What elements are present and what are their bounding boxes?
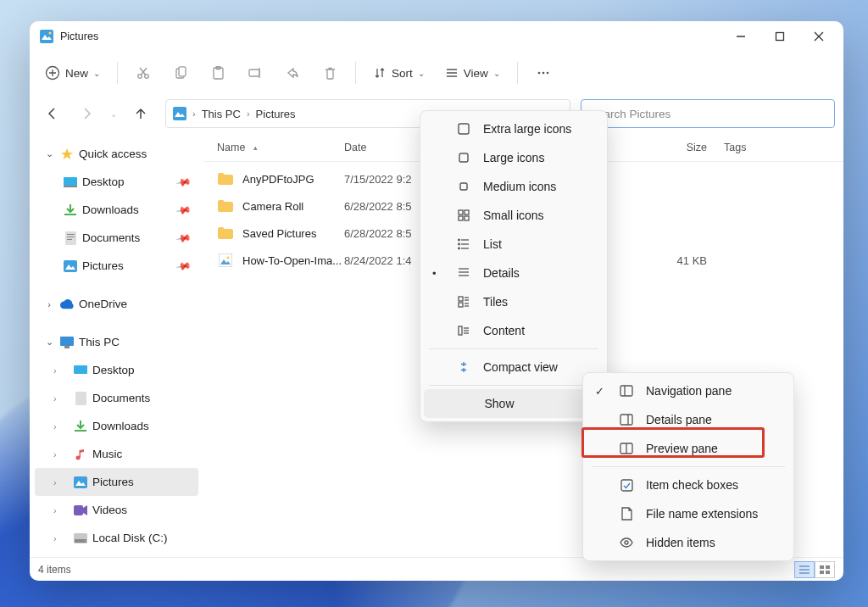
file-name: Camera Roll (242, 200, 303, 213)
sidebar-item-label: Local Disk (C:) (92, 532, 168, 544)
breadcrumb-seg-pictures[interactable]: Pictures (256, 108, 296, 120)
sidebar-item-desktop[interactable]: Desktop 📌 (35, 168, 198, 196)
svg-rect-47 (74, 505, 83, 515)
sort-button[interactable]: Sort ⌄ (364, 58, 433, 88)
check-icon: ✓ (595, 385, 607, 398)
menu-item-label: Navigation pane (646, 384, 732, 398)
col-size-header[interactable]: Size (687, 142, 707, 153)
preview-pane-icon (619, 441, 634, 456)
paste-button[interactable] (201, 58, 235, 88)
sidebar-item-pc-desktop[interactable]: › Desktop (35, 356, 198, 384)
svg-point-23 (538, 72, 541, 75)
more-button[interactable] (526, 58, 560, 88)
sidebar-item-pc-videos[interactable]: › Videos (35, 496, 198, 524)
show-submenu: ✓Navigation pane Details pane Preview pa… (582, 372, 794, 561)
sort-asc-icon: ▴ (253, 143, 258, 152)
menu-item-content[interactable]: Content (424, 316, 604, 345)
cut-button[interactable] (126, 58, 160, 88)
view-button[interactable]: View ⌄ (437, 58, 509, 88)
rename-button[interactable] (238, 58, 272, 88)
chevron-right-icon: › (53, 421, 65, 432)
menu-item-list[interactable]: List (424, 230, 604, 259)
menu-item-hidden-items[interactable]: Hidden items (587, 528, 790, 557)
svg-rect-52 (219, 253, 232, 267)
sidebar-item-pc-downloads[interactable]: › Downloads (35, 412, 198, 440)
menu-item-item-check-boxes[interactable]: Item check boxes (587, 471, 790, 499)
details-view-toggle[interactable] (794, 561, 815, 578)
col-tags-header[interactable]: Tags (724, 142, 746, 153)
menu-item-preview-pane[interactable]: Preview pane (587, 434, 790, 463)
menu-item-file-name-extensions[interactable]: File name extensions (587, 499, 790, 528)
sidebar-item-pc-localdisk[interactable]: › Local Disk (C:) (35, 524, 198, 552)
sidebar-item-pictures[interactable]: Pictures 📌 (35, 252, 198, 280)
sidebar-item-downloads[interactable]: Downloads 📌 (35, 196, 198, 224)
navigation-pane: ⌄ Quick access Desktop 📌 Downloads 📌 Doc… (30, 133, 203, 557)
menu-item-label: Item check boxes (646, 478, 738, 492)
menu-item-details-pane[interactable]: Details pane (587, 405, 790, 434)
menu-item-show[interactable]: Show› (424, 389, 604, 418)
image-file-icon (217, 252, 234, 269)
svg-point-54 (227, 257, 230, 259)
compact-view-icon (456, 359, 471, 375)
share-button[interactable] (275, 58, 309, 88)
col-date-header[interactable]: Date (344, 142, 366, 153)
svg-point-10 (138, 75, 142, 79)
sidebar-this-pc[interactable]: ⌄ This PC (35, 328, 198, 356)
menu-item-label: Compact view (483, 360, 558, 374)
file-explorer-window: Pictures New ⌄ Sort ⌄ View ⌄ (30, 21, 843, 581)
window-controls (721, 21, 838, 52)
chevron-down-icon: ⌄ (43, 337, 55, 348)
svg-rect-88 (620, 386, 632, 396)
delete-button[interactable] (313, 58, 347, 88)
file-name: Saved Pictures (242, 227, 316, 240)
menu-item-details[interactable]: •Details (424, 259, 604, 287)
chevron-down-icon: ⌄ (493, 69, 500, 78)
view-button-label: View (464, 67, 488, 80)
sidebar-item-documents[interactable]: Documents 📌 (35, 224, 198, 252)
up-button[interactable] (126, 99, 155, 128)
menu-item-label: Details pane (646, 413, 712, 426)
menu-item-medium-icons[interactable]: Medium icons (424, 172, 604, 201)
sidebar-item-pc-documents[interactable]: › Documents (35, 384, 198, 412)
sidebar-item-pc-music[interactable]: › Music (35, 440, 198, 468)
pin-icon: 📌 (175, 257, 192, 274)
star-icon (60, 148, 74, 161)
copy-button[interactable] (164, 58, 198, 88)
chevron-right-icon: › (53, 477, 65, 487)
menu-item-tiles[interactable]: Tiles (424, 287, 604, 316)
toolbar-divider (355, 62, 356, 84)
titlebar: Pictures (30, 21, 843, 52)
menu-separator (429, 385, 598, 386)
forward-button[interactable] (72, 99, 101, 128)
menu-item-small-icons[interactable]: Small icons (424, 201, 604, 230)
svg-rect-60 (820, 571, 824, 574)
list-icon (456, 237, 471, 252)
medium-icons-icon (456, 179, 471, 194)
sidebar-onedrive[interactable]: › OneDrive (35, 290, 198, 318)
recent-locations-button[interactable]: ⌄ (106, 99, 121, 128)
svg-rect-66 (465, 210, 469, 214)
back-button[interactable] (38, 99, 67, 128)
folder-icon (217, 225, 234, 242)
minimize-button[interactable] (721, 21, 760, 52)
chevron-right-icon: › (192, 109, 196, 119)
maximize-button[interactable] (760, 21, 799, 52)
menu-item-navigation-pane[interactable]: ✓Navigation pane (587, 376, 790, 405)
search-input[interactable]: Search Pictures (581, 99, 835, 128)
menu-item-label: Hidden items (646, 536, 715, 549)
menu-item-compact-view[interactable]: Compact view (424, 353, 604, 381)
breadcrumb-seg-thispc[interactable]: This PC (202, 108, 241, 120)
new-button[interactable]: New ⌄ (36, 58, 108, 88)
details-icon (456, 265, 471, 281)
svg-rect-84 (459, 326, 462, 335)
music-icon (74, 448, 87, 461)
col-name-header[interactable]: Name (217, 142, 245, 153)
menu-item-extra-large-icons[interactable]: Extra large icons (424, 114, 604, 143)
close-button[interactable] (799, 21, 838, 52)
videos-icon (74, 504, 87, 517)
sidebar-item-pc-pictures[interactable]: › Pictures (35, 468, 198, 496)
thumbnails-view-toggle[interactable] (815, 561, 835, 578)
sidebar-quick-access[interactable]: ⌄ Quick access (35, 140, 198, 168)
svg-marker-48 (83, 505, 87, 515)
menu-item-large-icons[interactable]: Large icons (424, 143, 604, 172)
